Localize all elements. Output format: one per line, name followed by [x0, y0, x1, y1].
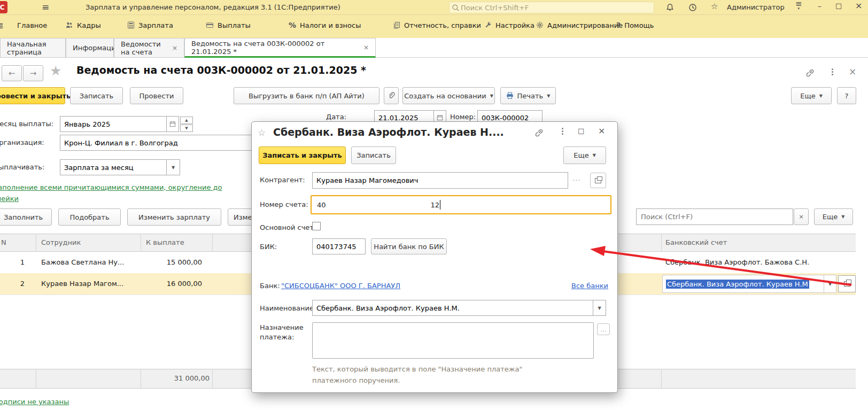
table-search-field[interactable] [636, 208, 793, 225]
print-button[interactable]: Печать▼ [500, 87, 556, 104]
post-button[interactable]: Провести [130, 87, 183, 104]
menu-item-taxes[interactable]: % Налоги и взносы [289, 20, 361, 30]
signatures-link[interactable]: Подписи не указаны [0, 398, 69, 406]
open-bank-account-button[interactable] [838, 275, 856, 292]
nav-forward-button[interactable]: → [23, 65, 43, 81]
tab-home[interactable]: Начальная страница [0, 38, 66, 57]
account-name-label: Наименование: [260, 304, 316, 312]
bank-account-edit-cell[interactable]: Сбербанк. Виза Аэрофлот. Кураев Н.М [662, 275, 836, 293]
get-link-icon[interactable] [806, 67, 816, 77]
menu-item-staff[interactable]: Кадры [65, 20, 101, 30]
bank-link[interactable]: "СИБСОЦБАНК" ООО Г. БАРНАУЛ [281, 282, 400, 290]
save-button[interactable]: Записать [70, 87, 123, 104]
account-name-dropdown-button[interactable]: ▼ [593, 300, 606, 316]
post-and-close-button[interactable]: Провести и закрыть [0, 87, 65, 104]
pay-month-label: Месяц выплаты: [0, 120, 53, 128]
favorites-star-icon[interactable]: ☆ [711, 2, 718, 11]
panels-menu-icon[interactable]: ≡ [42, 2, 49, 12]
fill-table-button[interactable]: Заполнить [0, 208, 52, 226]
global-search[interactable] [449, 2, 654, 13]
tab-close-icon[interactable]: × [363, 44, 369, 51]
tab-statements-list[interactable]: Ведомости на счета× [114, 38, 184, 57]
main-account-checkbox[interactable] [312, 222, 321, 230]
attachments-button[interactable] [384, 87, 399, 104]
change-salary-button[interactable]: Изменить зарплату [127, 208, 221, 226]
account-name-field[interactable]: Сбербанк. Виза Аэрофлот. Кураев Н.М. [312, 300, 593, 316]
column-header-employee: Сотрудник [41, 238, 81, 246]
global-search-input[interactable] [460, 3, 654, 12]
pay-type-label: Выплачивать: [0, 163, 44, 171]
pay-type-dropdown-button[interactable]: ▼ [166, 159, 180, 175]
menu-item-salary[interactable]: Зарплата [127, 20, 173, 30]
wrench-icon [484, 21, 492, 29]
sections-panel-icon[interactable]: ≣ [0, 21, 4, 30]
calendar-icon [437, 114, 443, 121]
nav-back-button[interactable]: ← [2, 65, 22, 81]
tab-statement-document[interactable]: Ведомость на счета 003К-000002 от 21.01.… [184, 38, 376, 58]
minimize-icon[interactable]: – [818, 2, 821, 10]
form-menu-dots-icon[interactable] [832, 68, 833, 70]
account-number-field[interactable]: 40 12 [311, 195, 611, 214]
pay-month-field[interactable]: Январь 2025 [60, 116, 167, 132]
month-calendar-button[interactable] [166, 116, 179, 132]
counterparty-field[interactable]: Кураев Назар Магомедович [312, 172, 568, 189]
favorite-star-icon[interactable]: ★ [50, 63, 61, 79]
clear-search-button[interactable]: × [794, 208, 809, 225]
counterparty-ellipsis-button[interactable]: ... [572, 174, 580, 182]
purpose-hint-line2: платежного поручения. [312, 376, 400, 384]
menu-item-settings[interactable]: Настройка [484, 20, 534, 30]
tab-close-icon[interactable]: × [172, 44, 177, 52]
paperclip-icon [387, 92, 395, 99]
close-form-icon[interactable]: × [849, 66, 856, 77]
create-based-on-button[interactable]: Создать на основании▼ [402, 87, 495, 104]
history-icon[interactable] [688, 3, 697, 12]
dialog-favorite-star-icon[interactable]: ☆ [258, 127, 266, 138]
dialog-save-button[interactable]: Записать [351, 146, 396, 164]
dialog-get-link-icon[interactable] [535, 127, 545, 137]
menu-item-main[interactable]: Главное [17, 20, 47, 30]
dialog-maximize-icon[interactable]: □ [578, 127, 584, 135]
help-button[interactable]: ? [837, 87, 856, 104]
payment-purpose-textarea[interactable] [312, 322, 594, 359]
more-button[interactable]: Еще▼ [791, 87, 832, 104]
percent-icon: % [289, 21, 296, 29]
bank-account-dropdown-button[interactable]: ▼ [824, 275, 836, 292]
table-more-button[interactable]: Еще▼ [814, 208, 853, 225]
chevron-down-icon: ▼ [490, 94, 493, 98]
document-title: Ведомость на счета 003К-000002 от 21.01.… [76, 64, 366, 76]
dialog-menu-dots-icon[interactable] [562, 128, 563, 129]
pay-type-field[interactable]: Зарплата за месяц [60, 159, 167, 175]
maximize-icon[interactable]: □ [835, 2, 842, 10]
account-number-part1: 40 [317, 201, 326, 209]
pick-button[interactable]: Подобрать [58, 208, 121, 226]
find-bank-button[interactable]: Найти банк по БИК [371, 238, 447, 254]
counterparty-open-button[interactable] [590, 173, 606, 188]
fill-rule-link[interactable]: Заполнение всеми причитающимися суммами,… [0, 183, 222, 191]
dialog-close-icon[interactable]: × [598, 126, 605, 136]
all-banks-link[interactable]: Все банки [571, 282, 608, 290]
dialog-more-button[interactable]: Еще▼ [563, 146, 606, 164]
month-spin-down-button[interactable]: ▼ [180, 125, 193, 132]
menu-item-administration[interactable]: Администрирование [536, 20, 623, 30]
month-spin-up-button[interactable]: ▲ [180, 117, 193, 124]
bik-label: БИК: [260, 243, 277, 251]
menu-item-payments[interactable]: Выплаты [206, 20, 251, 30]
notifications-icon[interactable] [666, 3, 674, 12]
export-to-bank-button[interactable]: Выгрузить в банк п/п (АП Айти) [234, 87, 379, 104]
main-menu-icon[interactable]: ≡▾ [795, 1, 802, 15]
table-search-input[interactable] [640, 212, 789, 221]
close-icon: × [799, 213, 803, 220]
bik-field[interactable]: 040173745 [312, 238, 366, 254]
purpose-ellipsis-button[interactable]: ... [597, 323, 610, 335]
menu-item-reports[interactable]: Отчетность, справки [393, 20, 481, 30]
dialog-save-close-button[interactable]: Записать и закрыть [259, 146, 346, 164]
purpose-hint-line1: Текст, который выводится в поле "Назначе… [312, 365, 522, 373]
account-number-part2: 12 [431, 201, 440, 209]
tab-information[interactable]: Информация× [66, 38, 114, 57]
current-user[interactable]: Администратор [727, 3, 785, 11]
menu-item-help[interactable]: ? Помощь [616, 20, 654, 30]
fill-rule-link-line2[interactable]: копейки [0, 195, 19, 203]
documents-icon [393, 21, 400, 29]
top-bar: 1С ≡ Зарплата и управление персоналом, р… [0, 0, 868, 38]
close-window-icon[interactable]: × [855, 1, 862, 11]
